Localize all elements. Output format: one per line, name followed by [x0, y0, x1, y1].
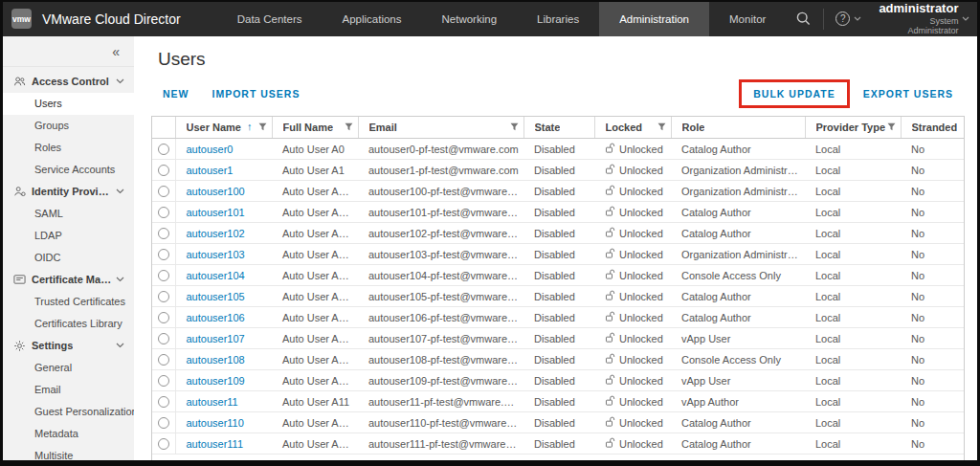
row-radio-button[interactable] [158, 375, 169, 387]
sidebar-item-service-accounts[interactable]: Service Accounts [3, 159, 134, 181]
sidebar-item-trusted-certificates[interactable]: Trusted Certificates [3, 291, 134, 313]
table-row[interactable]: autouser108Auto User A108autouser108-pf-… [152, 349, 965, 370]
row-radio-button[interactable] [158, 207, 169, 218]
full-name-cell: Auto User A104 [272, 265, 358, 286]
user-name-link[interactable]: autouser104 [187, 270, 245, 281]
user-name-link[interactable]: autouser103 [187, 249, 245, 260]
user-name-link[interactable]: autouser11 [187, 396, 238, 408]
filter-icon[interactable] [657, 122, 666, 133]
sidebar-item-ldap[interactable]: LDAP [3, 225, 134, 247]
sidebar-item-users[interactable]: Users [3, 93, 134, 115]
nav-tab-monitor[interactable]: Monitor [709, 2, 786, 36]
help-menu-button[interactable]: ? [826, 2, 871, 36]
column-header-full-name[interactable]: Full Name [272, 117, 358, 139]
row-radio-button[interactable] [158, 333, 169, 344]
row-radio-button[interactable] [158, 270, 169, 281]
nav-tab-applications[interactable]: Applications [322, 2, 421, 36]
import-users-button[interactable]: IMPORT USERS [201, 80, 312, 107]
nav-tab-administration[interactable]: Administration [599, 2, 709, 36]
filter-icon[interactable] [345, 122, 353, 133]
sidebar-group-access-control[interactable]: Access Control [3, 71, 134, 93]
bulk-update-button[interactable]: BULK UPDATE [739, 79, 849, 108]
row-radio-button[interactable] [158, 354, 169, 366]
filter-icon[interactable] [258, 122, 267, 133]
row-radio-button[interactable] [158, 396, 169, 408]
new-button[interactable]: NEW [151, 80, 201, 107]
column-header-state[interactable]: State [523, 117, 594, 139]
table-row[interactable]: autouser100Auto User A100autouser100-pf-… [152, 181, 965, 202]
user-name-link[interactable]: autouser0 [187, 144, 234, 155]
sidebar-item-general[interactable]: General [3, 357, 134, 379]
row-radio-button[interactable] [158, 144, 169, 155]
email-cell: autouser106-pf-test@vmware.com [358, 307, 523, 328]
user-name-link[interactable]: autouser100 [187, 186, 245, 197]
user-name-link[interactable]: autouser105 [187, 291, 245, 302]
column-header-role[interactable]: Role [671, 117, 805, 139]
sidebar-item-certificates-library[interactable]: Certificates Library [3, 313, 134, 335]
user-name-link[interactable]: autouser101 [187, 207, 245, 218]
table-row[interactable]: autouser11Auto User A11autouser11-pf-tes… [152, 391, 965, 412]
column-header-locked[interactable]: Locked [594, 117, 671, 139]
user-name-link[interactable]: autouser1 [187, 165, 234, 176]
filter-icon[interactable] [510, 122, 519, 133]
user-name-link[interactable]: autouser107 [187, 333, 245, 344]
toolbar: NEWIMPORT USERSBULK UPDATEEXPORT USERS [151, 78, 965, 109]
row-radio-button[interactable] [158, 312, 169, 323]
row-radio-button[interactable] [158, 417, 169, 429]
row-radio-button[interactable] [158, 165, 169, 176]
sidebar-item-groups[interactable]: Groups [3, 115, 134, 137]
row-radio-button[interactable] [158, 438, 169, 450]
sidebar-collapse-icon[interactable]: « [3, 41, 134, 67]
export-users-button[interactable]: EXPORT USERS [852, 80, 965, 107]
table-row[interactable]: autouser103Auto User A103autouser103-pf-… [152, 244, 965, 265]
column-header-provider-type[interactable]: Provider Type [805, 117, 901, 139]
locked-status-text: Unlocked [619, 207, 663, 218]
row-radio-button[interactable] [158, 228, 169, 239]
filter-icon[interactable] [887, 122, 896, 133]
locked-status-text: Unlocked [619, 291, 663, 302]
sidebar-group-identity-providers[interactable]: Identity Providers [3, 181, 134, 203]
sidebar-item-guest-personalization[interactable]: Guest Personalization [3, 401, 134, 423]
user-name-link[interactable]: autouser108 [187, 354, 245, 366]
locked-status-text: Unlocked [619, 249, 663, 260]
nav-tab-data-centers[interactable]: Data Centers [217, 2, 323, 36]
column-header-stranded[interactable]: Stranded [901, 117, 965, 139]
locked-cell: Unlocked [594, 307, 671, 328]
column-header-user-name[interactable]: User Name↑ [175, 117, 272, 139]
sidebar-item-multisite[interactable]: Multisite [3, 445, 134, 460]
table-row[interactable]: autouser106Auto User A106autouser106-pf-… [152, 307, 965, 328]
table-row[interactable]: autouser105Auto User A105autouser105-pf-… [152, 286, 965, 307]
user-name-link[interactable]: autouser102 [187, 228, 245, 239]
sidebar-item-roles[interactable]: Roles [3, 137, 134, 159]
sidebar-item-oidc[interactable]: OIDC [3, 247, 134, 269]
table-row[interactable]: autouser101Auto User A101autouser101-pf-… [152, 202, 965, 223]
user-menu-button[interactable]: administrator System Administrator [879, 2, 969, 36]
nav-tab-networking[interactable]: Networking [422, 2, 518, 36]
table-row[interactable]: autouser109Auto User A109autouser109-pf-… [152, 370, 965, 391]
search-icon[interactable] [786, 2, 821, 36]
sidebar-group-certificate-managem-[interactable]: Certificate Managem... [3, 269, 134, 291]
table-row[interactable]: autouser1Auto User A1autouser1-pf-test@v… [152, 160, 965, 181]
sidebar-item-metadata[interactable]: Metadata [3, 423, 134, 445]
sidebar-item-saml[interactable]: SAML [3, 203, 134, 225]
sidebar-group-settings[interactable]: Settings [3, 335, 134, 357]
table-row[interactable]: autouser110Auto User A110autouser110-pf-… [152, 412, 965, 433]
table-row[interactable]: autouser102Auto User A102autouser102-pf-… [152, 223, 965, 244]
table-row[interactable]: autouser0Auto User A0autouser0-pf-test@v… [152, 139, 965, 160]
row-radio-button[interactable] [158, 249, 169, 260]
unlock-icon [605, 311, 615, 324]
row-radio-button[interactable] [158, 186, 169, 197]
user-name-link[interactable]: autouser109 [187, 375, 245, 387]
sidebar-item-email[interactable]: Email [3, 379, 134, 401]
user-name-link[interactable]: autouser106 [187, 312, 245, 323]
user-name-link[interactable]: autouser110 [187, 417, 244, 429]
nav-tab-libraries[interactable]: Libraries [517, 2, 599, 36]
column-header-email[interactable]: Email [358, 117, 523, 139]
role-cell: vApp User [671, 328, 805, 349]
table-row[interactable]: autouser107Auto User A107autouser107-pf-… [152, 328, 965, 349]
table-row[interactable]: autouser111Auto User A111autouser111-pf-… [152, 433, 965, 455]
row-radio-button[interactable] [158, 291, 169, 302]
role-cell: Catalog Author [671, 286, 805, 307]
user-name-link[interactable]: autouser111 [187, 438, 244, 450]
table-row[interactable]: autouser104Auto User A104autouser104-pf-… [152, 265, 965, 286]
